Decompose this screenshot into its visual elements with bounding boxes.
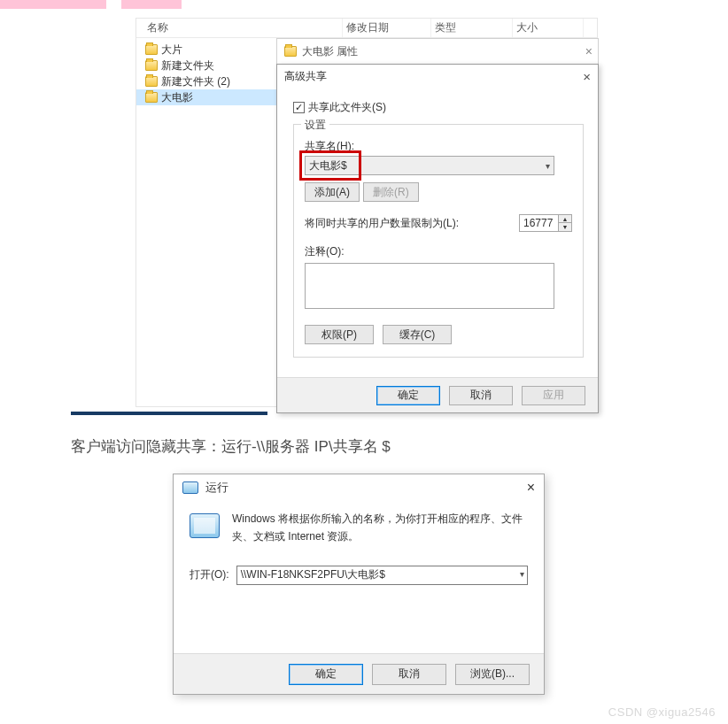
column-size[interactable]: 大小 [513, 19, 584, 37]
open-label: 打开(O): [190, 567, 229, 582]
checkbox-label: 共享此文件夹(S) [308, 100, 386, 115]
ok-button[interactable]: 确定 [376, 386, 440, 405]
run-icon [182, 481, 198, 494]
open-input[interactable]: \\WIN-F18NKSF2PFU\大电影$ [236, 566, 528, 585]
highlight-bar [121, 0, 182, 9]
comment-label: 注释(O): [305, 244, 572, 259]
file-label: 新建文件夹 (2) [161, 74, 230, 89]
chevron-down-icon: ▾ [546, 161, 550, 171]
folder-icon [145, 76, 158, 87]
advanced-sharing-dialog: 高级共享 × ✓ 共享此文件夹(S) 设置 共享名(H): 大电影$ ▾ 添加(… [276, 64, 599, 413]
run-dialog: 运行 × Windows 将根据你所输入的名称，为你打开相应的程序、文件夹、文档… [173, 474, 545, 695]
checkbox-icon: ✓ [293, 102, 305, 113]
share-folder-checkbox[interactable]: ✓ 共享此文件夹(S) [293, 100, 584, 115]
cancel-button[interactable]: 取消 [372, 664, 446, 685]
file-label: 新建文件夹 [161, 58, 214, 73]
browse-button[interactable]: 浏览(B)... [455, 664, 530, 685]
column-name[interactable]: 名称 [143, 19, 343, 37]
dialog-footer: 确定 取消 应用 [277, 377, 598, 412]
close-icon[interactable]: × [585, 44, 592, 58]
user-limit-spinner[interactable]: 16777 ▲ ▼ [519, 214, 572, 232]
spinner-down-icon[interactable]: ▼ [559, 223, 571, 231]
chevron-down-icon[interactable]: ▾ [520, 569, 524, 579]
run-description: Windows 将根据你所输入的名称，为你打开相应的程序、文件夹、文档或 Int… [232, 510, 528, 546]
ok-button[interactable]: 确定 [289, 664, 363, 685]
folder-icon [284, 46, 297, 57]
open-input-value: \\WIN-F18NKSF2PFU\大电影$ [241, 567, 385, 582]
apply-button: 应用 [522, 386, 585, 405]
user-limit-label: 将同时共享的用户数量限制为(L): [305, 216, 459, 231]
folder-icon [145, 92, 158, 103]
watermark: CSDN @xigua2546 [608, 705, 716, 719]
instruction-text: 客户端访问隐藏共享：运行-\\服务器 IP\共享名 $ [71, 436, 391, 457]
close-icon[interactable]: × [583, 69, 591, 84]
highlight-bar [0, 0, 106, 9]
add-button[interactable]: 添加(A) [305, 182, 360, 202]
share-name-value: 大电影$ [309, 158, 347, 173]
close-icon[interactable]: × [527, 480, 535, 496]
run-footer: 确定 取消 浏览(B)... [174, 653, 544, 694]
properties-dialog: 大电影 属性 × [276, 38, 599, 65]
remove-button: 删除(R) [363, 182, 419, 202]
column-type[interactable]: 类型 [431, 19, 513, 37]
run-app-icon [190, 513, 220, 538]
folder-icon [145, 44, 158, 55]
cancel-button[interactable]: 取消 [449, 386, 513, 405]
settings-group: 设置 共享名(H): 大电影$ ▾ 添加(A) 删除(R) 将同时共享的用户数量… [293, 124, 584, 358]
file-label: 大电影 [161, 90, 193, 105]
spinner-up-icon[interactable]: ▲ [559, 215, 571, 223]
spinner-value: 16777 [523, 217, 553, 229]
properties-title: 大电影 属性 [302, 44, 358, 59]
taskbar-fragment [71, 412, 267, 415]
share-name-label: 共享名(H): [305, 139, 572, 154]
run-title: 运行 [205, 480, 228, 496]
permissions-button[interactable]: 权限(P) [305, 325, 374, 344]
dialog-title: 高级共享 [284, 69, 327, 84]
column-date[interactable]: 修改日期 [343, 19, 431, 37]
group-legend: 设置 [301, 118, 329, 133]
folder-icon [145, 60, 158, 71]
share-name-combo[interactable]: 大电影$ ▾ [305, 156, 554, 175]
caching-button[interactable]: 缓存(C) [383, 325, 452, 344]
explorer-columns: 名称 修改日期 类型 大小 [136, 19, 597, 38]
comment-textarea[interactable] [305, 263, 554, 309]
file-label: 大片 [161, 42, 182, 58]
